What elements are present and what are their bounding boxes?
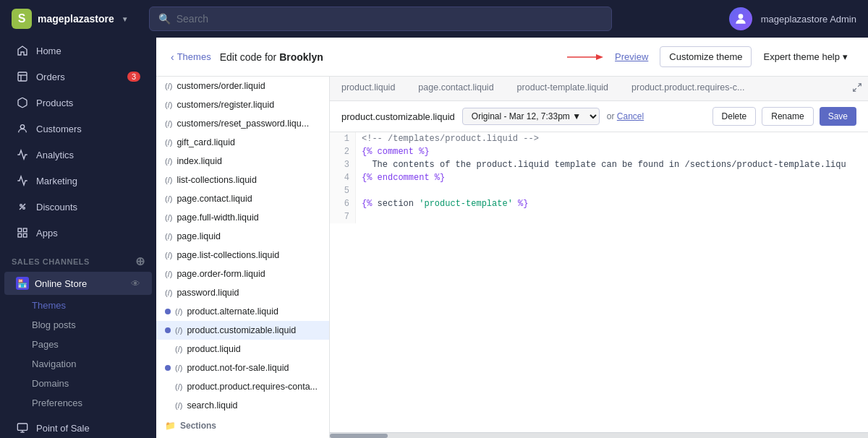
sub-item-themes[interactable]: Themes [0,296,156,315]
file-icon: (/) [165,270,172,278]
main-layout: Home Orders 3 Products Customers Analy [0,38,868,438]
avatar[interactable] [729,7,752,30]
tab-product-liquid[interactable]: product.liquid [330,77,407,100]
customize-theme-button[interactable]: Customize theme [660,46,752,67]
tab-product-requires[interactable]: product.product.requires-c... [620,77,756,100]
code-line-4: 4 {% endcomment %} [330,171,868,184]
file-item[interactable]: (/) list-collections.liquid [156,171,329,189]
file-icon: (/) [175,382,182,391]
file-icon: (/) [165,119,172,128]
sidebar-item-discounts[interactable]: Discounts [4,194,152,219]
file-icon: (/) [165,138,172,147]
sidebar-item-label: Marketing [36,176,77,186]
code-editor[interactable]: 1 <!-- /templates/product.liquid --> 2 {… [330,132,868,432]
sidebar-item-analytics[interactable]: Analytics [4,142,152,167]
top-navigation: S mageplazastore ▼ 🔍 mageplazastore Admi… [0,0,868,38]
code-line-6: 6 {% section 'product-template' %} [330,197,868,210]
sub-item-blog-posts[interactable]: Blog posts [0,315,156,335]
file-item[interactable]: (/) page.liquid [156,227,329,246]
code-lines: 1 <!-- /templates/product.liquid --> 2 {… [330,132,868,223]
file-item[interactable]: (/) page.list-collections.liquid [156,246,329,265]
sidebar-item-apps[interactable]: Apps [4,220,152,245]
sidebar-item-label: Discounts [36,202,77,212]
theme-header: ‹ Themes Edit code for Brooklyn Preview … [156,38,868,77]
editor-tabs: product.liquid page.contact.liquid produ… [330,77,868,101]
theme-name: Brooklyn [279,51,323,63]
svg-point-0 [738,14,743,19]
search-input[interactable] [176,13,603,25]
sidebar-item-marketing[interactable]: Marketing [4,168,152,193]
svg-line-21 [854,88,856,91]
store-logo[interactable]: S mageplazastore ▼ [12,9,129,29]
file-item[interactable]: (/) page.contact.liquid [156,189,329,208]
sections-label: Sections [180,421,216,431]
file-icon: (/) [165,213,172,222]
horizontal-scrollbar[interactable] [330,432,868,438]
or-text: or Cancel [607,111,644,121]
expert-help-button[interactable]: Expert theme help ▾ [757,47,854,66]
breadcrumb-back-link[interactable]: ‹ Themes [171,51,211,63]
sub-item-pages[interactable]: Pages [0,335,156,354]
header-actions: Preview Customize theme Expert theme hel… [567,46,854,67]
expand-tabs-button[interactable] [846,77,868,100]
code-filename: product.customizable.liquid [341,111,455,122]
file-icon: (/) [165,100,172,109]
file-item[interactable]: (/) customers/order.liquid [156,77,329,95]
file-icon: (/) [165,157,172,166]
sidebar-item-products[interactable]: Products [4,90,152,115]
delete-button[interactable]: Delete [712,107,757,126]
tab-page-contact[interactable]: page.contact.liquid [407,77,505,100]
sidebar-item-label: Products [36,98,73,108]
sub-item-navigation[interactable]: Navigation [0,354,156,374]
online-store-label: Online Store [35,278,87,289]
svg-marker-19 [596,54,603,60]
file-item[interactable]: (/) gift_card.liquid [156,133,329,152]
file-item[interactable]: (/) index.liquid [156,152,329,171]
file-item[interactable]: (/) customers/register.liquid [156,95,329,114]
online-store-submenu: Themes Blog posts Pages Navigation Domai… [0,296,156,413]
sub-item-preferences[interactable]: Preferences [0,393,156,413]
sub-item-domains[interactable]: Domains [0,374,156,393]
version-select[interactable]: Original - Mar 12, 7:33pm ▼ [462,108,600,125]
sidebar-item-label: Customers [36,124,82,134]
file-item[interactable]: (/) product.product.requires-conta... [156,377,329,396]
discounts-icon [16,200,29,213]
file-icon: (/) [165,232,172,241]
tab-product-template[interactable]: product-template.liquid [506,77,620,100]
file-item-active[interactable]: (/) product.customizable.liquid [156,321,329,340]
file-icon: (/) [165,176,172,184]
sidebar-item-online-store[interactable]: 🏪 Online Store 👁 [4,272,152,295]
file-icon: (/) [175,364,182,372]
file-item[interactable]: (/) product.liquid [156,340,329,358]
eye-icon[interactable]: 👁 [131,278,140,289]
svg-rect-12 [17,424,27,430]
sidebar-item-pos[interactable]: Point of Sale [4,416,152,438]
code-file-header: product.customizable.liquid Original - M… [330,101,868,132]
file-item[interactable]: (/) customers/reset_password.liqu... [156,114,329,133]
content-area: ‹ Themes Edit code for Brooklyn Preview … [156,38,868,438]
file-panel: (/) customers/order.liquid (/) customers… [156,77,330,438]
online-store-icon: 🏪 [16,277,29,290]
rename-button[interactable]: Rename [762,107,813,126]
file-icon: (/) [175,307,182,316]
code-line-2: 2 {% comment %} [330,145,868,158]
sidebar-item-customers[interactable]: Customers [4,116,152,141]
file-actions: Delete Rename Save [712,107,856,126]
expert-chevron-icon: ▾ [843,51,848,62]
cancel-link[interactable]: Cancel [617,111,644,121]
preview-button[interactable]: Preview [609,47,654,66]
modified-dot [165,309,171,314]
file-item[interactable]: (/) password.liquid [156,283,329,302]
file-item[interactable]: (/) page.order-form.liquid [156,265,329,283]
sections-divider[interactable]: 📁 Sections [156,415,329,434]
file-item[interactable]: (/) search.liquid [156,396,329,415]
file-list: (/) customers/order.liquid (/) customers… [156,77,329,438]
file-item[interactable]: (/) product.not-for-sale.liquid [156,358,329,377]
file-item[interactable]: (/) page.full-width.liquid [156,208,329,227]
add-sales-channel-icon[interactable]: ⊕ [135,254,145,268]
code-line-3: 3 The contents of the product.liquid tem… [330,158,868,171]
save-button[interactable]: Save [820,107,856,126]
sidebar-item-orders[interactable]: Orders 3 [4,64,152,89]
file-item[interactable]: (/) product.alternate.liquid [156,302,329,321]
sidebar-item-home[interactable]: Home [4,38,152,63]
